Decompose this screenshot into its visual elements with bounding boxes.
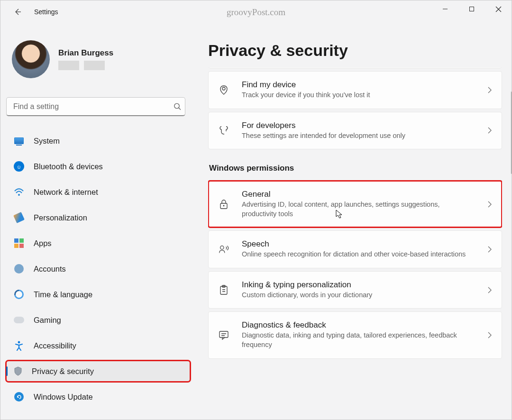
accessibility-icon: [14, 340, 24, 351]
svg-point-2: [18, 194, 20, 196]
developers-icon: [218, 125, 229, 136]
card-subtitle: Diagnostic data, inking and typing data,…: [242, 331, 475, 349]
nav-personalization[interactable]: Personalization: [6, 207, 190, 228]
card-title: General: [242, 190, 475, 199]
nav-label: Privacy & security: [32, 367, 94, 376]
card-title: Speech: [242, 239, 475, 249]
location-icon: [218, 84, 229, 96]
apps-icon: [14, 238, 24, 248]
shield-icon: [14, 366, 22, 376]
nav-bluetooth[interactable]: ⍦ Bluetooth & devices: [6, 156, 190, 177]
watermark-text: groovyPost.com: [227, 7, 285, 18]
card-title: For developers: [242, 121, 475, 130]
nav-apps[interactable]: Apps: [6, 233, 190, 254]
search-icon: [174, 103, 182, 111]
chevron-right-icon: [487, 87, 492, 93]
card-windows-security[interactable]: Antivirus, browser, firewall, and networ…: [208, 67, 502, 68]
svg-point-6: [223, 205, 225, 206]
scrollbar-thumb[interactable]: [511, 91, 512, 174]
svg-rect-10: [219, 331, 228, 338]
minimize-button[interactable]: [432, 0, 458, 18]
brush-icon: [14, 212, 24, 223]
card-inking-typing[interactable]: Inking & typing personalization Custom d…: [208, 271, 502, 309]
main-content: Privacy & security Antivirus, browser, f…: [196, 23, 512, 420]
clock-icon: [14, 289, 24, 300]
nav-windows-update[interactable]: Windows Update: [6, 386, 190, 407]
back-arrow-icon: [13, 8, 22, 16]
sidebar: Brian Burgess System ⍦ Blue: [0, 23, 196, 420]
feedback-icon: [218, 330, 229, 340]
svg-point-4: [222, 87, 225, 90]
svg-rect-0: [470, 7, 474, 11]
search-wrap: [6, 97, 190, 116]
nav-network[interactable]: Network & internet: [6, 182, 190, 202]
nav-privacy-security[interactable]: Privacy & security: [6, 361, 190, 382]
window-controls: [432, 0, 512, 18]
gaming-icon: [14, 315, 24, 325]
card-find-my-device[interactable]: Find my device Track your device if you …: [208, 71, 502, 109]
card-title: Find my device: [242, 80, 475, 90]
nav-accounts[interactable]: Accounts: [6, 258, 190, 279]
clipboard-icon: [218, 284, 229, 296]
card-general[interactable]: General Advertising ID, local content, a…: [208, 181, 502, 228]
speech-icon: [218, 244, 229, 255]
update-icon: [14, 392, 24, 402]
nav-list: System ⍦ Bluetooth & devices Network & i…: [6, 130, 190, 407]
profile-section[interactable]: Brian Burgess: [6, 31, 190, 86]
card-subtitle: Advertising ID, local content, app launc…: [242, 200, 475, 219]
titlebar: Settings groovyPost.com: [0, 0, 512, 23]
lock-icon: [218, 199, 229, 210]
nav-label: Personalization: [34, 213, 87, 222]
nav-label: Network & internet: [34, 188, 98, 197]
nav-label: System: [34, 137, 60, 146]
nav-label: Accessibility: [34, 341, 76, 350]
bluetooth-icon: ⍦: [14, 161, 24, 172]
profile-badge: [84, 61, 105, 70]
avatar: [12, 40, 50, 78]
section-windows-permissions: Windows permissions: [209, 164, 502, 173]
settings-window: Settings groovyPost.com Brian Burgess: [0, 0, 512, 420]
nav-system[interactable]: System: [6, 130, 190, 151]
nav-label: Gaming: [34, 316, 61, 325]
chevron-right-icon: [487, 332, 492, 338]
card-for-developers[interactable]: For developers These settings are intend…: [208, 112, 502, 150]
svg-point-1: [174, 103, 179, 108]
svg-point-7: [220, 246, 224, 249]
profile-badges: [58, 61, 113, 70]
search-input[interactable]: [6, 97, 185, 116]
card-title: Diagnostics & feedback: [242, 320, 475, 330]
card-diagnostics-feedback[interactable]: Diagnostics & feedback Diagnostic data, …: [208, 311, 502, 358]
scroll-area[interactable]: Antivirus, browser, firewall, and networ…: [208, 67, 502, 413]
system-icon: [14, 136, 24, 146]
chevron-right-icon: [487, 246, 492, 253]
minimize-icon: [442, 6, 448, 12]
nav-label: Bluetooth & devices: [34, 162, 103, 171]
page-title: Privacy & security: [208, 41, 502, 60]
nav-label: Accounts: [34, 265, 66, 274]
accounts-icon: [14, 264, 24, 274]
card-subtitle: These settings are intended for developm…: [242, 131, 475, 141]
card-speech[interactable]: Speech Online speech recognition for dic…: [208, 230, 502, 268]
close-icon: [495, 6, 502, 12]
chevron-right-icon: [487, 201, 492, 208]
chevron-right-icon: [487, 127, 492, 134]
card-title: Inking & typing personalization: [242, 280, 475, 290]
card-subtitle: Online speech recognition for dictation …: [242, 250, 475, 259]
nav-accessibility[interactable]: Accessibility: [6, 335, 190, 356]
maximize-icon: [469, 6, 475, 12]
card-subtitle: Track your device if you think you've lo…: [242, 91, 475, 100]
wifi-icon: [14, 187, 24, 197]
maximize-button[interactable]: [458, 0, 485, 18]
profile-badge: [58, 61, 79, 70]
nav-gaming[interactable]: Gaming: [6, 310, 190, 330]
close-button[interactable]: [485, 0, 512, 18]
chevron-right-icon: [487, 287, 492, 293]
card-subtitle: Custom dictionary, words in your diction…: [242, 291, 475, 300]
nav-label: Time & language: [34, 290, 92, 299]
profile-name: Brian Burgess: [58, 48, 113, 58]
back-button[interactable]: [9, 4, 26, 20]
nav-time-language[interactable]: Time & language: [6, 284, 190, 305]
nav-label: Windows Update: [34, 393, 93, 402]
svg-point-3: [18, 341, 20, 344]
window-title: Settings: [34, 8, 58, 16]
